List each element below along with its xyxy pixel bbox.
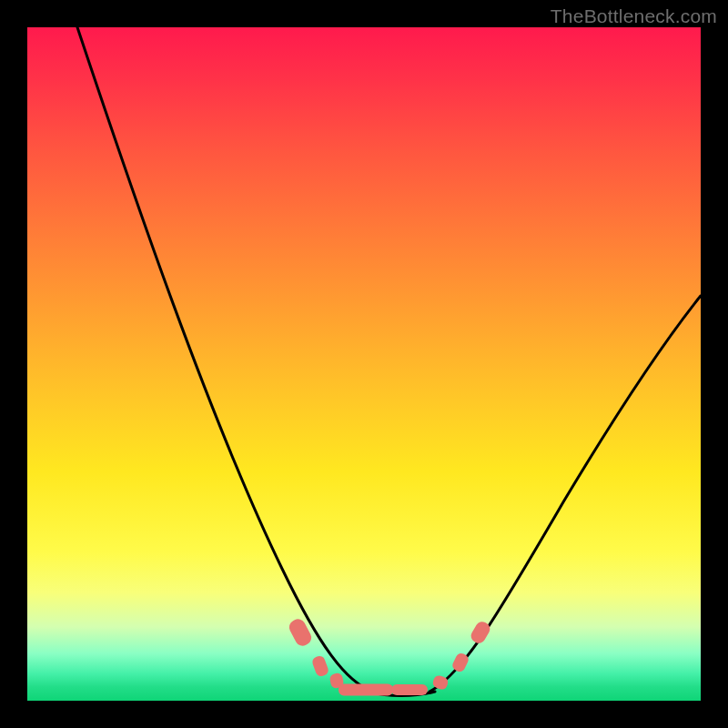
marker [469,620,492,646]
marker [391,684,428,695]
curve-left-branch [77,27,373,692]
chart-plot-area [27,27,701,701]
marker [311,654,330,677]
marker [339,684,393,696]
watermark-text: TheBottleneck.com [551,5,717,27]
curve-right-branch [430,296,701,692]
curve-markers [287,617,492,696]
bottleneck-curve [27,27,701,701]
